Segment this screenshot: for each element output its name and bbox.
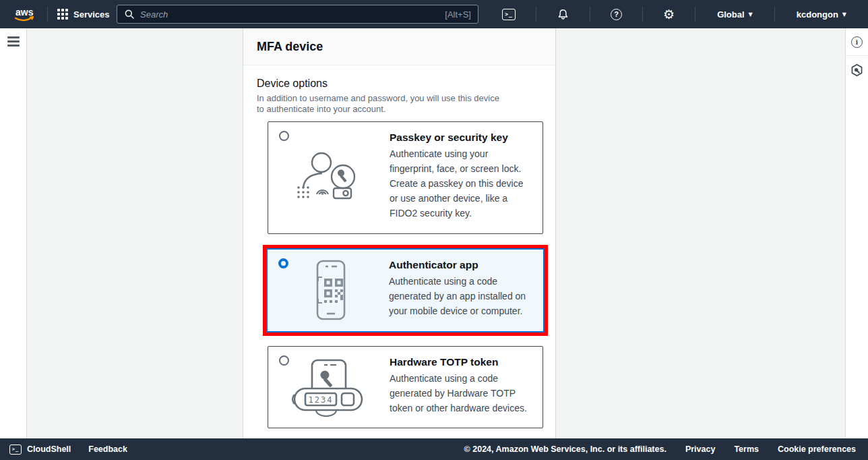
- option-card-authenticator-app[interactable]: Authenticator app Authenticate using a c…: [266, 248, 545, 333]
- passkey-title: Passkey or security key: [390, 132, 532, 144]
- footer-cloudshell-button[interactable]: >_ CloudShell: [9, 444, 71, 455]
- privacy-link[interactable]: Privacy: [685, 444, 715, 454]
- search-icon: [124, 9, 135, 20]
- chevron-down-icon: ▼: [749, 11, 753, 18]
- account-menu[interactable]: kcdongon ▼: [784, 0, 859, 28]
- help-icon: ?: [611, 9, 622, 20]
- settings-button[interactable]: ⚙: [652, 0, 685, 28]
- passkey-card-text: Passkey or security key Authenticate usi…: [390, 122, 542, 233]
- hardware-totp-description: Authenticate using a code generated by H…: [390, 371, 532, 415]
- hardware-totp-title: Hardware TOTP token: [390, 356, 532, 368]
- radio-authenticator-app[interactable]: [278, 258, 288, 268]
- info-panel-button[interactable]: i: [846, 28, 868, 56]
- authenticator-title: Authenticator app: [389, 259, 532, 271]
- mfa-device-panel: MFA device Device options In addition to…: [243, 28, 556, 438]
- search-input[interactable]: [140, 9, 445, 20]
- device-options-heading: Device options: [257, 78, 542, 90]
- hardware-totp-card-text: Hardware TOTP token Authenticate using a…: [390, 347, 542, 428]
- terminal-icon: >_: [502, 9, 516, 20]
- nav-divider: [47, 7, 48, 22]
- footer-feedback-button[interactable]: Feedback: [88, 444, 127, 454]
- nav-divider: [642, 7, 643, 22]
- account-label: kcdongon: [797, 9, 838, 20]
- passkey-description: Authenticate using your fingerprint, fac…: [390, 146, 532, 221]
- help-button[interactable]: ?: [600, 0, 633, 28]
- feedback-label: Feedback: [88, 444, 127, 454]
- hexagon-q-icon: [850, 63, 863, 77]
- notifications-button[interactable]: [546, 0, 580, 28]
- cloudshell-terminal-icon: >_: [9, 444, 22, 455]
- top-navigation-bar: aws Services [Alt+S] >_ ?: [0, 0, 868, 28]
- authenticator-card-text: Authenticator app Authenticate using a c…: [389, 250, 543, 331]
- copyright-text: © 2024, Amazon Web Services, Inc. or its…: [464, 444, 666, 454]
- bell-icon: [557, 7, 569, 21]
- right-sidebar-strip: i: [845, 28, 868, 438]
- search-box[interactable]: [Alt+S]: [117, 5, 478, 24]
- search-shortcut-hint: [Alt+S]: [445, 9, 471, 20]
- left-sidebar-strip: [0, 28, 27, 438]
- terms-link[interactable]: Terms: [734, 444, 759, 454]
- svg-text:aws: aws: [16, 7, 34, 18]
- device-options-section: Device options In addition to username a…: [243, 65, 555, 428]
- services-label: Services: [73, 9, 110, 20]
- option-card-hardware-totp[interactable]: 1234 Hardware TOTP token Authenticate us…: [268, 346, 543, 428]
- page-body: MFA device Device options In addition to…: [0, 28, 868, 438]
- page-title: MFA device: [257, 40, 323, 54]
- cookie-preferences-link[interactable]: Cookie preferences: [778, 444, 856, 454]
- region-selector[interactable]: Global ▼: [705, 0, 765, 28]
- device-options-description: In addition to username and password, yo…: [257, 93, 507, 115]
- hamburger-menu-icon[interactable]: [7, 36, 20, 49]
- panel-header: MFA device: [243, 28, 555, 65]
- nav-divider: [536, 7, 536, 22]
- gear-icon: ⚙: [663, 8, 675, 21]
- cloudshell-label: CloudShell: [27, 444, 71, 454]
- footer-bar: >_ CloudShell Feedback © 2024, Amazon We…: [0, 438, 868, 460]
- nav-divider: [590, 7, 590, 22]
- cloudshell-button[interactable]: >_: [491, 0, 526, 28]
- aws-logo[interactable]: aws: [12, 5, 38, 23]
- nav-divider: [695, 7, 695, 22]
- nav-divider: [774, 7, 775, 22]
- chevron-down-icon: ▼: [842, 11, 846, 18]
- amazon-q-button[interactable]: [846, 56, 868, 84]
- radio-passkey[interactable]: [279, 131, 289, 141]
- annotation-highlight: Authenticator app Authenticate using a c…: [263, 245, 548, 336]
- region-label: Global: [717, 9, 744, 20]
- aws-logo-icon: aws: [12, 5, 38, 23]
- option-card-passkey[interactable]: Passkey or security key Authenticate usi…: [268, 121, 543, 234]
- info-icon: i: [851, 36, 863, 48]
- services-grid-icon: [57, 9, 68, 20]
- token-display-digits: 1234: [309, 395, 334, 405]
- radio-hardware-totp[interactable]: [279, 355, 289, 366]
- authenticator-description: Authenticate using a code generated by a…: [389, 274, 532, 318]
- services-menu-button[interactable]: Services: [57, 9, 110, 20]
